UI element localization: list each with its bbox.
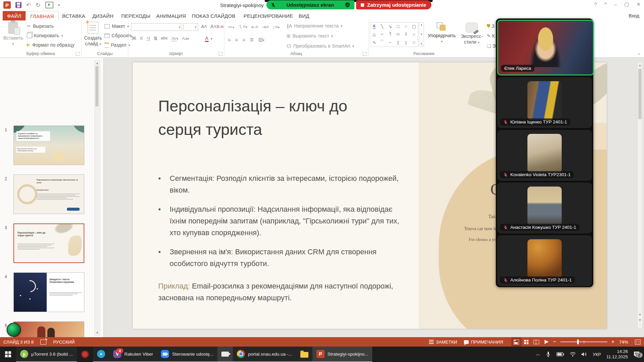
taskbar-utorrent[interactable]: µ µTorrent 3.6 (build ... — [16, 347, 77, 362]
tab-animation[interactable]: АНИМАЦИЯ — [152, 11, 190, 20]
powerpoint-logo-icon[interactable]: P — [3, 1, 11, 9]
thumbnails-scrollbar[interactable]: ▲ ▼ — [94, 60, 100, 335]
shrink-font-button[interactable]: A˅ — [210, 24, 216, 29]
tray-battery-icon[interactable] — [556, 352, 564, 357]
slide-thumbnail-5[interactable]: Подорож продовжується: Створення цінного… — [13, 321, 84, 337]
participant-tile-1[interactable]: Єпик Лариса — [497, 20, 594, 75]
taskbar-recorder[interactable] — [77, 347, 93, 362]
bold-button[interactable]: Ж — [132, 35, 136, 41]
previous-slide-arrow[interactable]: ▲ — [638, 312, 642, 316]
taskbar-telegram[interactable]: ➤ — [93, 347, 109, 362]
format-painter-button[interactable]: Формат по образцу — [27, 42, 75, 48]
start-button[interactable] — [0, 347, 16, 362]
slide-thumbnail-2[interactable]: Підтримуюча комунікація: Визначення та р… — [13, 174, 84, 214]
tab-transitions[interactable]: ПЕРЕХОДЫ — [117, 11, 155, 20]
justify-button[interactable]: ≣ — [250, 37, 254, 43]
spellcheck-indicator[interactable] — [37, 337, 50, 347]
save-icon[interactable] — [15, 2, 22, 8]
arc-shape-icon[interactable]: ⌒ — [380, 39, 384, 45]
layout-button[interactable]: Макет▾ — [104, 23, 129, 29]
oval-shape-icon[interactable]: ○ — [405, 24, 407, 29]
customize-qat-icon[interactable]: ▾ — [58, 3, 60, 7]
scribble-shape-icon[interactable]: ∿ — [372, 40, 376, 45]
change-case-button[interactable]: Aa▾ — [182, 35, 189, 41]
comments-button[interactable]: ПРИМЕЧАНИЯ — [461, 337, 507, 347]
start-slideshow-icon[interactable] — [45, 2, 53, 8]
zoom-slider-thumb[interactable] — [577, 340, 579, 344]
strikethrough-button[interactable]: abc — [161, 36, 168, 41]
grow-font-button[interactable]: A˄ — [201, 24, 207, 29]
callout-shape-icon[interactable]: ⌂ — [413, 32, 415, 37]
increase-indent-button[interactable]: ⇥≡ — [262, 24, 269, 30]
close-button[interactable]: ✕ — [636, 1, 641, 7]
security-shield-icon[interactable] — [345, 2, 350, 8]
bullets-button[interactable]: ≔▾ — [228, 24, 234, 30]
thumbnails-scrollbar-thumb[interactable] — [95, 66, 98, 106]
line-shape-icon[interactable]: ╲ — [381, 24, 384, 29]
reading-view-button[interactable] — [531, 337, 542, 347]
curve-shape-icon[interactable]: ~ — [389, 40, 391, 45]
text-direction-button[interactable]: ∥AНаправление текста▾ — [287, 23, 342, 29]
new-slide-button[interactable]: Создать слайд ▾ — [84, 22, 102, 47]
numbering-button[interactable]: ⒈≡▾ — [238, 24, 247, 30]
redo-icon[interactable]: ↻ — [36, 2, 40, 9]
sign-in-link[interactable]: Вход — [629, 13, 639, 18]
right-brace-shape-icon[interactable]: } — [405, 40, 406, 45]
shapes-gallery-scrollbar[interactable]: ▲▼▼̲ — [419, 22, 424, 46]
taskbar-powerpoint[interactable]: P Strategiyi-spokijno... — [312, 347, 373, 362]
taskbar-camera[interactable] — [217, 347, 233, 362]
slideshow-view-button[interactable] — [542, 337, 552, 347]
zoom-in-button[interactable]: + — [610, 337, 616, 347]
tab-design[interactable]: ДИЗАЙН — [88, 11, 118, 20]
undo-icon[interactable]: ↶ — [26, 2, 31, 9]
taskbar-viber[interactable]: V4 Rakuten Viber — [109, 347, 157, 362]
underline-button[interactable]: Ч — [146, 35, 150, 41]
slide-sorter-view-button[interactable] — [521, 337, 531, 347]
fit-to-window-button[interactable] — [632, 337, 644, 347]
columns-button[interactable]: ▥▾ — [258, 37, 264, 43]
slide-thumbnail-3-selected[interactable]: Персоналізація – ключ до серця туриста — [13, 223, 84, 263]
ribbon-display-button[interactable]: ^ — [604, 1, 607, 7]
tab-slideshow[interactable]: ПОКАЗ СЛАЙДОВ — [187, 11, 240, 20]
stop-sharing-button[interactable]: Zatrzymaj udostępnianie — [356, 0, 431, 9]
taskbar-explorer[interactable] — [296, 347, 312, 362]
taskbar-zoom[interactable]: Sterowanie udostę... — [157, 347, 217, 362]
font-dialog-launcher[interactable] — [219, 51, 223, 56]
shape-effects-button[interactable]: ❏Э — [487, 43, 496, 49]
font-size-combo[interactable]: ▾ — [183, 23, 198, 31]
participant-tile-5[interactable]: Алєйнова Поліна ТУР 2401-1 — [497, 235, 592, 286]
elbow-arrow-icon[interactable]: Ⴈ — [389, 32, 391, 37]
clear-formatting-button[interactable]: A — [216, 24, 224, 29]
star-shape-icon[interactable]: ☆ — [412, 40, 416, 45]
char-spacing-button[interactable]: AV▾ — [171, 35, 178, 41]
scroll-up-arrow[interactable]: ▲ — [638, 64, 642, 67]
zoom-level[interactable]: 74% — [616, 337, 632, 347]
language-indicator[interactable]: РУССКИЙ — [50, 337, 78, 347]
paragraph-dialog-launcher[interactable] — [363, 51, 367, 56]
arrange-button[interactable]: Упорядочить ▾ — [426, 22, 457, 44]
restore-button[interactable]: ▢ — [624, 1, 629, 7]
zoom-out-button[interactable]: − — [552, 337, 558, 347]
cut-button[interactable]: ✂Вырезать — [27, 23, 54, 29]
copy-button[interactable]: Копировать▾ — [27, 33, 63, 38]
slide-body-text[interactable]: •Сегментація: Розподіл клієнтів за інтер… — [158, 172, 400, 304]
rectangle-shape-icon[interactable]: □ — [397, 24, 399, 29]
next-slide-arrow[interactable]: ▼ — [638, 318, 642, 322]
align-left-button[interactable]: ≡ — [228, 37, 230, 43]
elbow-connector-icon[interactable]: ⌐ — [381, 32, 384, 37]
decrease-indent-button[interactable]: ⇤≡ — [251, 24, 258, 30]
tray-volume-icon[interactable] — [581, 352, 587, 357]
slide-indicator[interactable]: СЛАЙД 3 ИЗ 8 — [0, 337, 37, 347]
slide-thumbnail-4[interactable]: Швидкість і якість: Оперативна підтримка — [13, 272, 84, 312]
tab-view[interactable]: ВИД — [294, 11, 314, 20]
slide-thumbnail-1[interactable]: Стратегії спокійної та підтримуючої кому… — [13, 125, 84, 165]
smartart-button[interactable]: ⮔Преобразовать в SmartArt▾ — [287, 43, 354, 49]
zoom-annotation-bubble[interactable] — [7, 323, 21, 337]
font-name-combo[interactable]: ▾ — [131, 23, 182, 31]
slide-title[interactable]: Персоналізація – ключ до серця туриста — [158, 94, 393, 141]
tab-review[interactable]: РЕЦЕНЗИРОВАНИЕ — [239, 11, 297, 20]
minimize-button[interactable]: – — [614, 1, 617, 7]
action-center-button[interactable]: 2 — [633, 351, 640, 357]
arrow-shape-icon[interactable]: ↘ — [388, 24, 392, 29]
down-arrow-shape-icon[interactable]: ⇩ — [404, 32, 408, 37]
